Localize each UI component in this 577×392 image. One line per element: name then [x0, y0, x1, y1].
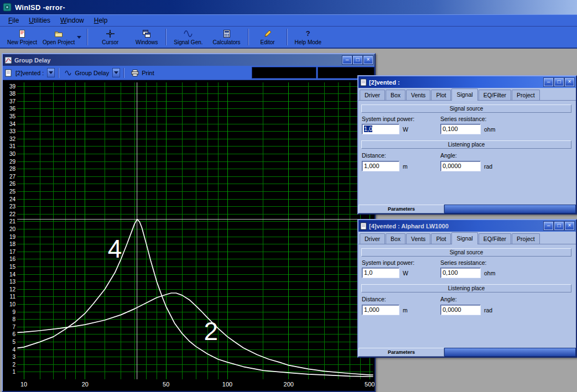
tab-project[interactable]: Project: [512, 233, 540, 244]
tab-bar: Driver Box Vents Plot Signal EQ/Filter P…: [358, 232, 576, 244]
svg-text:18: 18: [9, 241, 16, 247]
tab-eq-filter[interactable]: EQ/Filter: [479, 90, 511, 100]
angle-field[interactable]: 0,0000: [440, 305, 481, 315]
help-mode-button[interactable]: ? Help Mode: [292, 27, 324, 47]
svg-text:4: 4: [12, 347, 15, 353]
menu-file[interactable]: File: [3, 15, 24, 26]
close-button[interactable]: ×: [363, 56, 373, 64]
tab-box[interactable]: Box: [386, 90, 406, 100]
menu-help[interactable]: Help: [89, 15, 113, 26]
angle-label: Angle:: [440, 152, 457, 159]
svg-text:32: 32: [9, 136, 16, 142]
vented4-window: [4]vented : Alphard LW1000 – □ × Driver …: [357, 219, 577, 358]
chevron-down-icon[interactable]: [112, 68, 120, 77]
chevron-down-icon[interactable]: [47, 68, 55, 77]
svg-text:6: 6: [12, 331, 15, 337]
system-input-power-value: 1,0: [364, 126, 372, 132]
window-controls: – □ ×: [544, 78, 574, 86]
printer-icon: [131, 69, 139, 77]
series-resistance-field[interactable]: 0,100: [440, 268, 481, 278]
maximize-button[interactable]: □: [353, 56, 362, 64]
toolbar-separator: [165, 29, 167, 45]
new-project-button[interactable]: New Project: [4, 27, 40, 47]
svg-text:31: 31: [9, 143, 16, 149]
document-icon: [360, 222, 367, 231]
minimize-button[interactable]: –: [544, 222, 553, 230]
chart-canvas[interactable]: 4212345678910111213141516171819202122232…: [3, 80, 375, 391]
tab-driver[interactable]: Driver: [360, 233, 385, 244]
project-selector[interactable]: [2]vented :: [13, 67, 55, 79]
svg-text:35: 35: [9, 113, 16, 119]
main-toolbar: New Project Open Project Cursor Windows: [0, 27, 577, 49]
tab-signal[interactable]: Signal: [451, 88, 477, 101]
svg-text:13: 13: [9, 279, 16, 285]
group-delay-titlebar[interactable]: Group Delay – □ ×: [3, 54, 375, 66]
main-titlebar[interactable]: WinISD -error-: [0, 0, 577, 14]
window-controls: – □ ×: [544, 222, 574, 230]
signal-source-header: Signal source: [361, 104, 571, 113]
parameters-scrollbar[interactable]: [444, 205, 576, 213]
cursor-button[interactable]: Cursor: [96, 27, 124, 47]
svg-text:21: 21: [9, 218, 16, 224]
print-button[interactable]: Print: [128, 69, 158, 77]
windows-icon: [142, 29, 151, 38]
angle-value: 0,0000: [443, 306, 461, 313]
cursor-readout-frequency: [252, 67, 316, 79]
angle-field[interactable]: 0,0000: [440, 161, 481, 171]
parameters-scrollbar[interactable]: [444, 348, 576, 357]
signal-gen-button[interactable]: Signal Gen.: [171, 27, 205, 47]
tab-eq-filter[interactable]: EQ/Filter: [479, 233, 511, 244]
tab-plot[interactable]: Plot: [431, 90, 451, 100]
plot-type-value: Group Delay: [75, 70, 109, 76]
svg-text:26: 26: [9, 181, 16, 187]
signal-gen-label: Signal Gen.: [174, 39, 202, 45]
system-input-power-field[interactable]: 1,0: [362, 268, 399, 278]
tab-plot[interactable]: Plot: [431, 233, 451, 244]
print-label: Print: [142, 70, 154, 76]
window-title: [2]vented :: [369, 79, 542, 86]
parameters-button[interactable]: Parameters: [358, 348, 444, 357]
svg-text:24: 24: [9, 196, 16, 202]
svg-text:9: 9: [12, 309, 15, 315]
menu-window[interactable]: Window: [55, 15, 89, 26]
minimize-button[interactable]: –: [544, 78, 553, 86]
svg-text:27: 27: [9, 174, 16, 180]
series-resistance-field[interactable]: 0,100: [440, 124, 481, 134]
close-button[interactable]: ×: [565, 222, 574, 230]
tab-project[interactable]: Project: [512, 90, 540, 100]
project-page-icon: [5, 69, 12, 77]
vented4-titlebar[interactable]: [4]vented : Alphard LW1000 – □ ×: [358, 220, 576, 232]
system-input-power-field[interactable]: 1,0: [362, 124, 399, 134]
svg-text:25: 25: [9, 189, 16, 195]
tab-vents[interactable]: Vents: [406, 90, 430, 100]
editor-button[interactable]: Editor: [253, 27, 282, 47]
distance-field[interactable]: 1,000: [362, 161, 399, 171]
windows-button[interactable]: Windows: [132, 27, 161, 47]
parameters-button[interactable]: Parameters: [358, 205, 444, 213]
tab-box[interactable]: Box: [386, 233, 406, 244]
minimize-button[interactable]: –: [342, 56, 352, 64]
distance-field[interactable]: 1,000: [362, 305, 399, 315]
maximize-button[interactable]: □: [554, 78, 564, 86]
maximize-button[interactable]: □: [554, 222, 564, 230]
menubar: File Utilities Window Help: [0, 14, 577, 27]
svg-text:12: 12: [9, 286, 16, 292]
series-resistance-unit: ohm: [484, 126, 495, 133]
vented2-titlebar[interactable]: [2]vented : – □ ×: [358, 76, 576, 88]
svg-text:28: 28: [9, 166, 16, 172]
group-delay-chart[interactable]: 4212345678910111213141516171819202122232…: [3, 80, 375, 391]
plot-type-selector[interactable]: Group Delay: [63, 67, 120, 79]
tab-vents[interactable]: Vents: [406, 233, 430, 244]
calculators-button[interactable]: Calculators: [210, 27, 243, 47]
tab-driver[interactable]: Driver: [360, 90, 385, 100]
help-mode-label: Help Mode: [295, 39, 321, 45]
menu-utilities[interactable]: Utilities: [24, 15, 55, 26]
close-button[interactable]: ×: [565, 78, 574, 86]
open-project-dropdown[interactable]: [75, 28, 82, 46]
svg-text:33: 33: [9, 128, 16, 134]
open-project-button[interactable]: Open Project: [40, 27, 77, 47]
toolbar-separator: [123, 68, 124, 78]
plot-window-icon: [4, 56, 12, 65]
svg-text:16: 16: [9, 256, 16, 262]
tab-signal[interactable]: Signal: [451, 232, 477, 244]
